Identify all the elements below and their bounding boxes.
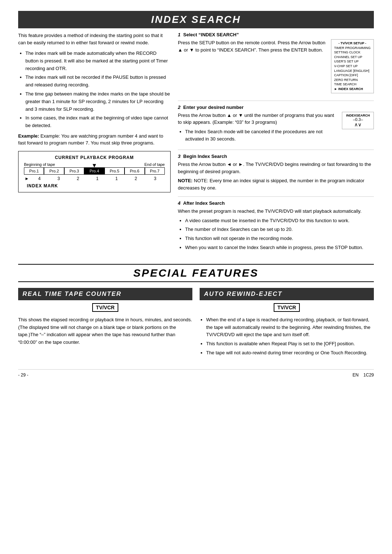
step-4-bullets: A video cassette must be inserted in the… [178,217,374,252]
tape-block-3: Pro.3 [64,167,84,175]
bullet-2: The index mark will not be recorded if t… [25,74,171,89]
step-4-title: 4 After Index Search [178,200,374,206]
menu-item-7: CAPTION [OFF] [334,73,371,78]
numbers-row: ► 4 3 2 1 1 2 3 [24,176,165,181]
step-2-bullet-1: The Index Search mode will be canceled i… [185,128,374,143]
playback-diagram: CURRENT PLAYBACK PROGRAM Beginning of ta… [18,151,171,192]
bullet-4: In some cases, the index mark at the beg… [25,114,171,130]
tape-bar-container: ▼ Pro.1 Pro.2 Pro.3 Pro.4 Pro.5 Pro.6 Pr… [24,167,165,175]
menu-item-10: ► INDEX SEARCH [334,87,371,91]
num-4b: 4 [30,176,49,181]
step-3: 3 Begin Index Search Press the Arrow but… [178,154,374,191]
menu-title: - TV/VCR SETUP - [334,41,371,46]
menu-item-9: TIME SEARCH [334,82,371,87]
auto-rewind-eject-section: AUTO REWIND-EJECT TV/VCR When the end of… [200,288,374,358]
menu-item-8: ZERO RETURN [334,78,371,82]
display-label: INDEXSEARCH [346,114,370,117]
page-number: - 29 - [18,372,28,378]
tape-block-5: Pro.5 [105,167,124,175]
bullet-1: The index mark will be made automaticall… [25,50,171,72]
index-search-bullets: The index mark will be made automaticall… [18,50,171,130]
real-time-tape-counter-section: REAL TIME TAPE COUNTER TV/VCR This shows… [18,288,192,358]
menu-item-2: SETTING CLOCK [334,50,371,55]
auto-rewind-body: When the end of a tape is reached during… [200,316,374,357]
tape-block-7: Pro.7 [145,167,165,175]
real-time-tape-counter-header: REAL TIME TAPE COUNTER [18,288,192,300]
step-divider-2 [178,150,374,150]
step-3-note: NOTE: NOTE: Every time an index signal i… [178,177,374,191]
menu-item-4: USER'S SET UP [334,59,371,64]
diagram-title: CURRENT PLAYBACK PROGRAM [24,155,165,160]
step-2-bullets: The Index Search mode will be canceled i… [178,128,374,143]
step-divider-1 [178,101,374,101]
auto-rewind-eject-header: AUTO REWIND-EJECT [200,288,374,300]
index-mark-row: INDEX MARK [24,183,165,188]
menu-item-1: TIMER PROGRAMMING [334,46,371,50]
num-1b: 1 [107,176,126,181]
page-footer: - 29 - EN 1C29 [18,369,374,378]
menu-item-5: V-CHIP SET UP [334,64,371,69]
menu-diagram: - TV/VCR SETUP - TIMER PROGRAMMING SETTI… [331,39,374,93]
num-2b: 2 [126,176,146,181]
end-label: End of tape [144,162,165,167]
real-time-body: This shows the elapsed recording or play… [18,316,192,346]
example-text: Example: Example: You are watching progr… [18,133,171,147]
num-2: 2 [68,176,87,181]
step-2-title: 2 Enter your desired number [178,105,374,110]
special-features-heading: SPECIAL FEATURES [18,264,374,282]
tape-block-6: Pro.6 [124,167,144,175]
tape-block-2: Pro.2 [44,167,64,175]
auto-rewind-tvvcr-badge: TV/VCR [274,303,299,312]
step-4-bullet-2: The number of Index Searches can be set … [185,226,374,233]
step-3-title: 3 Begin Index Search [178,154,374,159]
step-divider-3 [178,196,374,197]
auto-rewind-bullet-2: This function is available when Repeat P… [206,340,374,348]
left-column: This feature provides a method of indexi… [18,32,171,257]
real-time-tvvcr-badge: TV/VCR [92,303,118,312]
step-2: 2 Enter your desired number INDEXSEARCH … [178,105,374,145]
step-4-bullet-1: A video cassette must be inserted in the… [185,217,374,225]
step-4-body: When the preset program is reached, the … [178,208,374,215]
right-column: 1 Select “INDEX SEARCH” - TV/VCR SETUP -… [178,32,374,257]
menu-item-3: CHANNEL SET UP [334,55,371,60]
step-3-body: Press the Arrow button ◄ or ►. The TV/VC… [178,161,374,175]
step-1-title: 1 Select “INDEX SEARCH” [178,32,374,37]
display-symbol: ∧∨ [346,122,370,127]
features-row: REAL TIME TAPE COUNTER TV/VCR This shows… [18,288,374,358]
index-search-intro: This feature provides a method of indexi… [18,32,171,46]
auto-rewind-bullet-3: The tape will not auto-rewind during tim… [206,349,374,357]
index-search-display: INDEXSEARCH –0.3– ∧∨ [342,112,374,129]
num-3b: 3 [146,176,165,181]
index-search-heading: INDEX SEARCH [18,11,374,28]
bullet-3: The time gap between making the index ma… [25,90,171,113]
num-4: ► [25,176,30,181]
auto-rewind-bullet-1: When the end of a tape is reached during… [206,316,374,339]
num-3: 3 [49,176,68,181]
index-mark-label: INDEX MARK [27,183,58,188]
step-4-bullet-3: This function will not operate in the re… [185,235,374,243]
step-1: 1 Select “INDEX SEARCH” - TV/VCR SETUP -… [178,32,374,95]
step-4: 4 After Index Search When the preset pro… [178,200,374,252]
num-1a: 1 [87,176,107,181]
beginning-label: Beginning of tape [24,162,55,167]
tape-block-1: Pro.1 [24,167,44,175]
lang-code: EN 1C29 [352,372,374,378]
step-4-bullet-4: When you want to cancel the Index Search… [185,244,374,252]
down-arrow-icon: ▼ [91,162,97,169]
menu-item-6: LANGUAGE [ENGLISH] [334,69,371,73]
display-value: –0.3– [346,117,370,122]
